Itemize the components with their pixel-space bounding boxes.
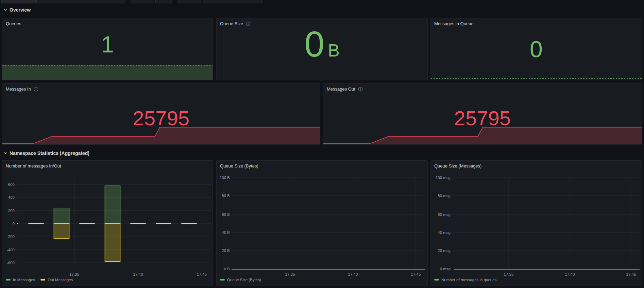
toolbar-widget[interactable] <box>1 0 36 3</box>
legend: Queue Size (Bytes) <box>220 278 261 282</box>
panel-title[interactable]: Queues <box>6 21 21 26</box>
stat-unit: B <box>328 42 340 59</box>
time-tick-label: 17:35 <box>498 272 520 277</box>
axis-tick-label: 60 msg <box>432 212 451 217</box>
panel-messages-in: Messages In 25795 <box>2 83 320 145</box>
toolbar-widget[interactable] <box>203 0 262 3</box>
legend-item[interactable]: Queue Size (Bytes) <box>220 278 261 282</box>
bar-chart <box>2 161 213 286</box>
legend-series-swatch <box>6 279 11 281</box>
axis-tick-label: 80 B <box>218 193 230 198</box>
axis-tick-label: 40 B <box>218 230 230 235</box>
legend-series-label: Queue Size (Bytes) <box>227 278 261 282</box>
toolbar-widget[interactable] <box>131 0 154 3</box>
line-chart <box>217 161 427 286</box>
axis-tick-label: 100 msg <box>432 175 451 180</box>
panel-title[interactable]: Messages In <box>6 86 38 92</box>
legend-item[interactable]: In Messages <box>6 278 35 282</box>
panel-queue-size-messages: Queue Size (Messages) 100 msg80 msg60 ms… <box>430 160 642 286</box>
panel-title[interactable]: Number of messages In/Out <box>6 163 61 169</box>
stat-value: 25795 <box>2 108 320 129</box>
panel-title[interactable]: Messages Out <box>327 86 363 92</box>
legend: Number of messages in queues <box>434 278 496 282</box>
legend-series-label: Number of messages in queues <box>441 278 496 282</box>
toolbar-widget[interactable] <box>155 0 172 3</box>
axis-tick-label: 100 B <box>218 175 230 180</box>
legend-item[interactable]: Out Messages <box>40 278 73 282</box>
panel-title[interactable]: Queue Size (Bytes) <box>220 163 258 169</box>
legend-series-swatch <box>220 279 225 281</box>
axis-tick-label: 600 <box>4 182 15 187</box>
panel-queue-size: Queue Size 0 B <box>216 18 428 80</box>
toolbar-widget[interactable] <box>36 0 124 3</box>
axis-tick-label: -400 <box>4 247 15 252</box>
panel-messages-out: Messages Out 25795 <box>323 83 642 145</box>
axis-tick-label: -600 <box>4 260 15 265</box>
stat-value: 25795 <box>323 108 642 129</box>
legend-series-label: In Messages <box>13 278 35 282</box>
panel-title[interactable]: Queue Size (Messages) <box>434 163 481 169</box>
info-icon[interactable] <box>34 87 38 92</box>
section-overview[interactable]: Overview <box>3 5 31 14</box>
time-tick-label: 17:45 <box>620 272 642 277</box>
axis-tick-label: -200 <box>4 234 15 239</box>
time-tick-label: 17:40 <box>127 272 149 277</box>
axis-tick-label: 20 msg <box>432 248 451 253</box>
time-tick-label: 17:40 <box>342 272 364 277</box>
time-tick-label: 17:35 <box>279 272 301 277</box>
chevron-down-icon <box>3 8 7 12</box>
axis-tick-label: 0 B <box>218 267 230 271</box>
axis-tick-label: 200 <box>4 208 15 213</box>
legend: In MessagesOut Messages <box>6 278 73 282</box>
stat-value: 0 B <box>217 26 427 62</box>
section-title: Overview <box>10 7 31 13</box>
panel-messages-in-queue: Messages in Queue 0 <box>430 18 642 80</box>
axis-tick-label: 40 msg <box>432 230 451 235</box>
time-tick-label: 17:40 <box>559 272 581 277</box>
legend-series-label: Out Messages <box>48 278 73 282</box>
axis-tick-label: 400 <box>4 195 15 200</box>
info-icon[interactable] <box>358 87 363 92</box>
stat-value: 1 <box>2 33 213 56</box>
axis-tick-label: 60 B <box>218 212 230 217</box>
legend-series-swatch <box>434 279 439 281</box>
line-chart <box>431 161 642 286</box>
legend-item[interactable]: Number of messages in queues <box>434 278 496 282</box>
chevron-down-icon <box>3 151 7 155</box>
time-tick-label: 17:45 <box>405 272 427 277</box>
axis-tick-label: 20 B <box>218 248 230 253</box>
info-icon[interactable] <box>246 21 251 26</box>
grafana-dashboard: Overview Queues 1 Queue Size 0 B Message… <box>0 0 644 288</box>
axis-tick-label: 80 msg <box>432 193 451 198</box>
time-tick-label: 17:45 <box>191 272 213 277</box>
panel-queue-size-bytes: Queue Size (Bytes) 100 B80 B60 B40 B20 B… <box>216 160 428 286</box>
axis-tick-label: 0 msg <box>432 267 451 271</box>
stat-value: 0 <box>431 37 642 61</box>
time-tick-label: 17:35 <box>64 272 85 277</box>
axis-tick-label: 0 <box>4 221 15 226</box>
section-title: Namespace Statistics (Aggregated) <box>10 150 89 156</box>
toolbar-widget[interactable] <box>178 0 201 3</box>
panel-title[interactable]: Queue Size <box>220 21 251 26</box>
section-namespace-statistics[interactable]: Namespace Statistics (Aggregated) <box>3 149 89 158</box>
panel-queues: Queues 1 <box>2 18 213 80</box>
panel-number-of-messages: Number of messages In/Out 6004002000-200… <box>2 160 213 286</box>
legend-series-swatch <box>40 279 45 281</box>
panel-title[interactable]: Messages in Queue <box>434 21 474 26</box>
